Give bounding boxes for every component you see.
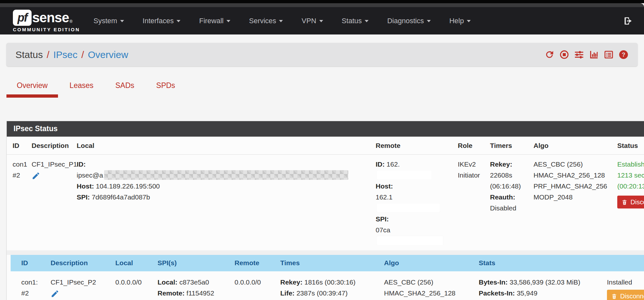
nav-item-help[interactable]: Help — [449, 17, 471, 25]
filter-settings-icon[interactable] — [574, 50, 584, 60]
cell-remote: ID: 162. Host: 162.1 SPI: 07ca — [370, 155, 452, 251]
breadcrumb-bar: Status / IPsec / Overview — [6, 43, 638, 66]
redaction-box — [377, 170, 432, 179]
col-local: Local — [71, 137, 370, 155]
cell-stats: Bytes-In: 33,586,939 (32.03 MiB) Packets… — [468, 271, 596, 300]
cell-role: IKEv2 Initiator — [452, 155, 484, 251]
chevron-down-icon — [467, 20, 471, 24]
page-actions: ? — [544, 50, 629, 60]
window-strip — [0, 3, 644, 7]
chevron-down-icon — [120, 20, 124, 24]
nav-item-firewall[interactable]: Firewall — [199, 17, 230, 25]
nav-item-status[interactable]: Status — [342, 17, 369, 25]
col-times: Times — [270, 255, 373, 271]
col-algo: Algo — [528, 137, 611, 155]
child-sa-table: ID Description Local SPI(s) Remote Times… — [11, 255, 644, 300]
breadcrumb-link-ipsec[interactable]: IPsec — [53, 49, 77, 60]
col-id: ID — [7, 137, 26, 155]
chevron-down-icon — [319, 20, 323, 24]
tab-leases[interactable]: Leases — [59, 76, 104, 98]
cell-state: Installed Disconnect — [596, 271, 644, 300]
trash-icon — [611, 293, 617, 299]
help-icon[interactable]: ? — [619, 50, 629, 60]
col-local: Local — [105, 255, 147, 271]
nav-menu: System Interfaces Firewall Services VPN … — [93, 17, 471, 25]
nav-item-diagnostics[interactable]: Diagnostics — [387, 17, 431, 25]
svg-text:?: ? — [622, 52, 625, 58]
breadcrumb-separator: / — [77, 49, 88, 60]
nav-item-services[interactable]: Services — [249, 17, 283, 25]
tab-overview[interactable]: Overview — [6, 76, 58, 98]
ike-sa-table: ID Description Local Remote Role Timers … — [7, 137, 644, 250]
chevron-down-icon — [226, 20, 230, 24]
disconnect-button[interactable]: Disconnect — [607, 290, 644, 300]
cell-id: con1 #2 — [7, 155, 26, 251]
col-description: Description — [40, 255, 105, 271]
col-algo: Algo — [373, 255, 468, 271]
state-installed: Installed — [607, 277, 644, 288]
bar-chart-icon[interactable] — [589, 50, 599, 60]
cell-description: CF1_IPsec_P2 — [40, 271, 105, 300]
redaction-box — [377, 203, 440, 212]
col-status: Status — [611, 137, 644, 155]
edit-pencil-icon[interactable] — [51, 289, 59, 298]
breadcrumb-section: Status — [15, 49, 43, 60]
section-divider — [7, 250, 644, 255]
chevron-down-icon — [279, 20, 283, 24]
log-list-icon[interactable] — [604, 50, 614, 60]
chevron-down-icon — [177, 20, 180, 24]
breadcrumb-link-overview[interactable]: Overview — [88, 49, 128, 60]
col-description: Description — [26, 137, 71, 155]
cell-spis: Local: c873e5a0 Remote: f1154952 — [147, 271, 224, 300]
col-timers: Timers — [484, 137, 528, 155]
col-remote: Remote — [224, 255, 270, 271]
cell-algo: AES_CBC (256) HMAC_SHA2_256_128 PRF_HMAC… — [528, 155, 611, 251]
brand-sense: sense — [32, 10, 69, 25]
col-role: Role — [452, 137, 484, 155]
redaction-box — [377, 236, 443, 245]
pfsense-logo[interactable]: pf sense ® COMMUNITY EDITION — [13, 10, 80, 32]
cell-algo: AES_CBC (256) HMAC_SHA2_256_128 IPComp: … — [373, 271, 468, 300]
cell-local: 0.0.0.0/0 — [105, 271, 147, 300]
sign-out-icon[interactable] — [623, 16, 633, 26]
disconnect-button[interactable]: Disconnect — [617, 196, 644, 208]
nav-item-system[interactable]: System — [93, 17, 124, 25]
status-established: Established 1213 seconds (00:20:13) — [617, 159, 644, 192]
top-strip — [0, 0, 644, 3]
pf-logo-box: pf — [13, 10, 32, 26]
cell-id: con1: #2 — [11, 271, 40, 300]
panel-title: IPsec Status — [7, 121, 644, 137]
brand-edition: COMMUNITY EDITION — [13, 27, 80, 32]
child-header-row: ID Description Local SPI(s) Remote Times… — [11, 255, 644, 271]
tab-bar: Overview Leases SADs SPDs — [6, 76, 638, 98]
col-id: ID — [11, 255, 40, 271]
col-remote: Remote — [370, 137, 452, 155]
breadcrumb: Status / IPsec / Overview — [15, 49, 128, 60]
tab-spds[interactable]: SPDs — [146, 76, 186, 98]
stop-icon[interactable] — [559, 50, 569, 60]
cell-status: Established 1213 seconds (00:20:13) Disc… — [611, 155, 644, 251]
col-stats: Stats — [468, 255, 596, 271]
cell-timers: Rekey: 22608s (06:16:48) Reauth: Disable… — [484, 155, 528, 251]
ike-sa-row: con1 #2 CF1_IPsec_P1 ID: ipsec@a Host: 1… — [7, 155, 644, 251]
edit-pencil-icon[interactable] — [32, 171, 40, 180]
brand-registered: ® — [70, 19, 72, 24]
col-actions — [596, 255, 644, 271]
cell-remote: 0.0.0.0/0 — [224, 271, 270, 300]
breadcrumb-separator: / — [43, 49, 53, 60]
chevron-down-icon — [427, 20, 431, 24]
col-spis: SPI(s) — [147, 255, 224, 271]
cell-times: Rekey: 1816s (00:30:16) Life: 2387s (00:… — [270, 271, 373, 300]
ipsec-status-panel: IPsec Status ID Description Local Remote… — [6, 121, 644, 300]
refresh-icon[interactable] — [544, 50, 554, 60]
trash-icon — [621, 199, 628, 205]
navbar: pf sense ® COMMUNITY EDITION System Inte… — [0, 7, 644, 34]
ike-header-row: ID Description Local Remote Role Timers … — [7, 137, 644, 155]
nav-item-interfaces[interactable]: Interfaces — [143, 17, 181, 25]
cell-description: CF1_IPsec_P1 — [26, 155, 71, 251]
child-sa-row: con1: #2 CF1_IPsec_P2 0.0.0.0/0 Local: c… — [11, 271, 644, 300]
nav-item-vpn[interactable]: VPN — [302, 17, 323, 25]
redaction-blur — [104, 170, 348, 180]
cell-local: ID: ipsec@a Host: 104.189.226.195:500 SP… — [71, 155, 370, 251]
tab-sads[interactable]: SADs — [105, 76, 145, 98]
